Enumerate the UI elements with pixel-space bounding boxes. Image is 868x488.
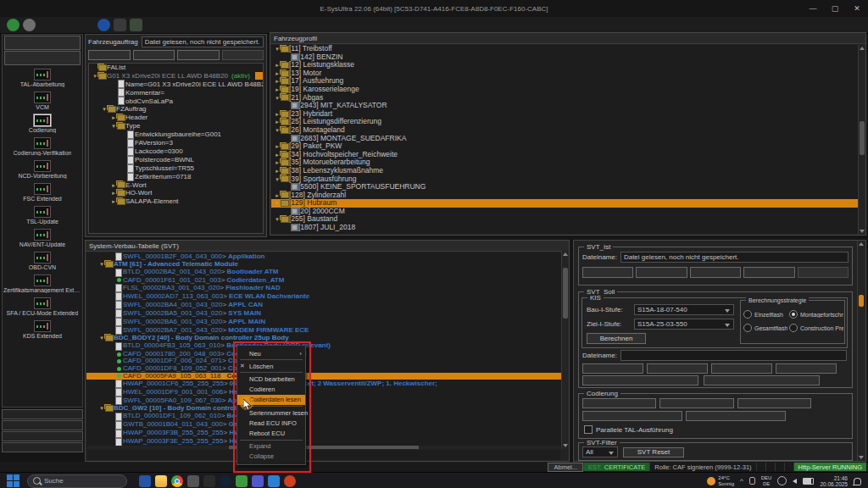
expander-icon[interactable] (110, 197, 117, 206)
tree-row[interactable]: E-Wort (89, 181, 263, 190)
sidebar-item[interactable]: TSL-Update (3, 206, 82, 225)
context-menu-item[interactable]: Expand (237, 441, 305, 452)
svt-ist-dateiname-field[interactable]: Datei gelesen, noch nicht gespeichert. (620, 252, 849, 263)
remote-icon[interactable] (187, 475, 199, 487)
expander-icon[interactable] (274, 110, 281, 119)
clock[interactable]: 21:46 20.06.2025 (820, 475, 848, 487)
fa-button[interactable] (133, 50, 175, 60)
expander-icon[interactable] (274, 158, 281, 167)
new-file-icon[interactable] (71, 19, 84, 31)
tree-row[interactable]: [2683] MONTAGE_SUEDAFRIKA (271, 135, 865, 143)
sidebar-bottom-button[interactable] (2, 420, 83, 430)
tree-row[interactable]: [38] Lebenszyklusmaßnahme (271, 167, 865, 175)
codierung-button[interactable] (582, 398, 656, 408)
sidebar-item[interactable]: KDS Extended (3, 320, 82, 339)
weather-widget[interactable]: 24°C Sonnig (707, 475, 734, 486)
scroll-up-icon[interactable] (860, 47, 865, 50)
svt-ist-button[interactable] (636, 267, 687, 278)
tree-row[interactable]: BDC_BODY2 [40] - Body Domain controller … (86, 335, 568, 342)
menu-item[interactable] (5, 7, 19, 10)
tree-row[interactable]: GWTB_00001B04_011_043_000 Gatewaytab (86, 421, 568, 430)
browser-icon[interactable] (284, 475, 296, 487)
copy-icon[interactable] (55, 19, 68, 31)
expander-icon[interactable] (274, 215, 281, 224)
tree-row[interactable]: Header (89, 114, 263, 122)
svt-soll-button[interactable] (582, 375, 698, 385)
context-menu-item[interactable]: Seriennummer lesen (237, 408, 305, 418)
sidebar-item[interactable]: FSC Extended (3, 183, 82, 202)
tree-row[interactable]: Zeitkriterium=0718 (89, 173, 263, 181)
strategie-radio[interactable]: Gesamtflash (743, 324, 789, 332)
scroll-up-icon[interactable] (859, 242, 864, 246)
tree-row[interactable]: CAFD_00005FA9_105_063_118 Codingdata B (86, 373, 568, 380)
tree-row[interactable]: CAFD_00001F61_001_021_003 Codierdaten_AT… (86, 277, 568, 285)
tree-row[interactable]: obdCvnSaLaPa (89, 97, 263, 105)
scroll-down-icon[interactable] (859, 456, 864, 459)
context-menu-item[interactable]: Read ECU INFO (237, 418, 305, 428)
tree-row[interactable]: Kommentar= (89, 88, 263, 97)
tree-row[interactable]: SWFL_00002BA4_001_043_020 APPL CAN (86, 301, 568, 309)
expander-icon[interactable] (274, 126, 281, 135)
acrobat-icon[interactable] (203, 475, 215, 487)
microphone-icon[interactable] (749, 477, 755, 485)
context-menu-item[interactable]: Collapse (237, 452, 305, 462)
svt-soll-button[interactable] (647, 363, 708, 374)
battery-icon[interactable] (803, 478, 814, 485)
tree-row[interactable]: HO-Wort (89, 189, 263, 197)
right-panel-scrollbar[interactable] (857, 241, 865, 461)
chrome-icon[interactable] (171, 475, 183, 487)
parallele-tal-checkbox[interactable] (584, 425, 593, 434)
tree-row[interactable]: FLSL_00002BA3_001_043_020 Flashloader NA… (86, 284, 568, 292)
svt-soll-button[interactable] (776, 363, 837, 374)
svt-ist-button[interactable] (690, 267, 741, 278)
strategie-radio[interactable]: Construction Preview (789, 324, 843, 332)
expander-icon[interactable] (98, 335, 105, 342)
sidebar-item[interactable]: VCM (3, 92, 82, 110)
tree-row[interactable]: [128] Zylinderzahl (271, 191, 865, 200)
codierung-button[interactable] (686, 411, 786, 421)
ime-icon[interactable] (777, 476, 787, 485)
fa-button[interactable] (222, 50, 264, 60)
codierung-button[interactable] (737, 398, 811, 408)
expander-icon[interactable] (274, 94, 281, 103)
tree-row[interactable]: [255] Baustand (271, 215, 865, 224)
tree-row[interactable]: [142] BENZIN (271, 53, 865, 62)
expander-icon[interactable] (110, 122, 117, 130)
expander-icon[interactable] (274, 191, 281, 200)
tree-row[interactable]: Typschlussel=TR55 (89, 164, 263, 173)
scroll-thumb[interactable] (859, 295, 864, 307)
tree-row[interactable]: HWEL_00002AD7_113_063_003 ECE WLAN Dachv… (86, 292, 568, 301)
record-icon[interactable] (23, 19, 36, 31)
svt-ist-button[interactable] (582, 267, 633, 278)
tree-row[interactable]: ATM [61] - Advanced Telematic Module (86, 261, 568, 269)
sidebar-bottom-button[interactable] (2, 442, 83, 452)
tree-row[interactable]: [19] Karosserielaenge (271, 86, 865, 94)
tree-row[interactable]: Entwicklungsbaureihe=G001 (89, 130, 263, 139)
radio-icon[interactable] (743, 310, 752, 319)
expander-icon[interactable] (274, 61, 281, 69)
security-icon[interactable] (220, 475, 231, 487)
radio-icon[interactable] (789, 310, 798, 319)
expander-icon[interactable] (274, 118, 281, 126)
expander-icon[interactable] (274, 86, 281, 94)
sidebar-item[interactable]: Codierung-Verifikation (3, 137, 82, 156)
sidebar-bottom-button[interactable] (2, 431, 83, 441)
tree-row[interactable]: FZAuftrag (89, 105, 263, 114)
tree-row[interactable]: HWAP_00001CF6_255_255_255 06 LIN/J; NSW;… (86, 380, 568, 388)
tree-row[interactable]: Lackcode=0300 (89, 147, 263, 156)
svt-soll-button[interactable] (704, 375, 820, 385)
file-explorer-icon[interactable] (155, 475, 167, 487)
expander-icon[interactable] (274, 142, 281, 151)
context-menu-item[interactable]: Neu › (237, 348, 305, 358)
scroll-thumb[interactable] (860, 121, 865, 155)
tree-row[interactable]: [13] Motor (271, 69, 865, 78)
expander-icon[interactable] (110, 114, 117, 122)
expander-icon[interactable] (274, 77, 281, 86)
taskbar-search[interactable]: Suche (27, 474, 127, 488)
fa-button[interactable] (88, 50, 131, 60)
expander-icon[interactable] (274, 69, 281, 78)
svt-soll-dateiname-field[interactable] (620, 350, 847, 361)
notification-bell-icon[interactable] (854, 478, 861, 485)
tree-row[interactable]: HWEL_00001DF9_001_001_006 Hardware (86, 388, 568, 396)
expander-icon[interactable] (101, 105, 108, 114)
